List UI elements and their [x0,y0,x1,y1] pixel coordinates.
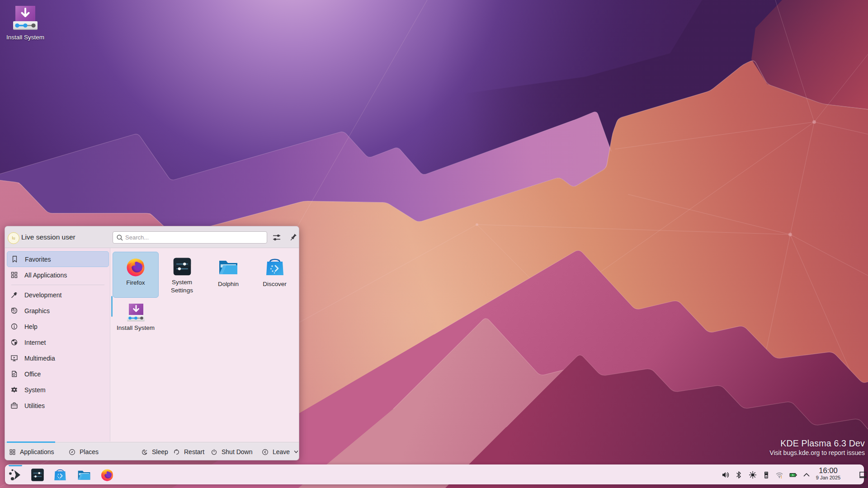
svg-text:!: ! [781,475,782,479]
svg-text:z: z [146,449,147,451]
